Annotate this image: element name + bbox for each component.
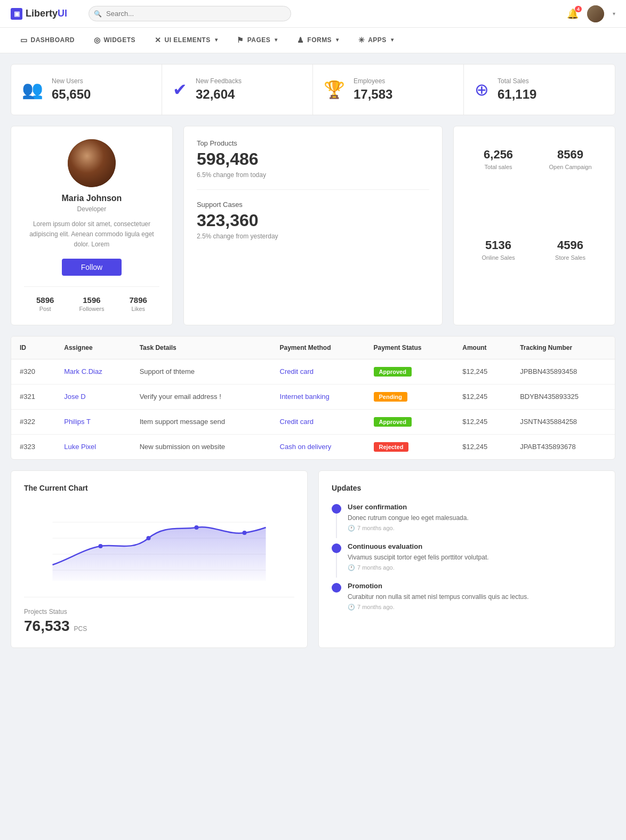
clock-icon: 🕐 [348, 604, 355, 611]
search-icon: 🔍 [94, 10, 102, 18]
profile-avatar [68, 139, 116, 187]
logo[interactable]: ▣ LibertyUI [11, 8, 67, 20]
col-id: ID [11, 337, 55, 359]
stat-value: 65,650 [52, 87, 91, 102]
employees-icon: 🏆 [324, 79, 345, 100]
cell-amount: $12,245 [454, 409, 511, 434]
cell-task: New submission on website [131, 434, 271, 459]
follow-button[interactable]: Follow [62, 259, 122, 276]
svg-point-6 [195, 525, 199, 530]
col-status: Payment Status [365, 337, 454, 359]
stat-value: 17,583 [354, 87, 392, 102]
status-badge: Approved [374, 367, 412, 377]
update-desc: Curabitur non nulla sit amet nisl tempus… [348, 592, 529, 602]
notification-badge: 4 [575, 6, 582, 12]
cell-tracking: BDYBN435893325 [511, 384, 615, 409]
topbar: ▣ LibertyUI 🔍 🔔 4 ▾ [0, 0, 626, 28]
status-badge: Rejected [374, 442, 409, 452]
sales-item-store: 4596 Store Sales [539, 230, 602, 312]
topbar-right: 🔔 4 ▾ [567, 5, 615, 22]
chevron-down-icon: ▾ [613, 11, 615, 17]
update-title: User confirmation [348, 503, 469, 511]
ui-elements-icon: ✕ [155, 36, 162, 44]
menu-item-apps[interactable]: ✳ APPS ▾ [349, 28, 404, 53]
update-dot [332, 543, 341, 553]
products-change: 6.5% change from today [197, 171, 429, 179]
menu-item-widgets[interactable]: ◎ WIDGETS [84, 28, 145, 53]
menu-item-ui-elements[interactable]: ✕ UI ELEMENTS ▾ [145, 28, 227, 53]
stat-info: New Feedbacks 32,604 [196, 77, 242, 102]
stat-card-feedbacks: ✔ New Feedbacks 32,604 [162, 65, 313, 115]
cell-status: Pending [365, 384, 454, 409]
cell-method: Cash on delivery [271, 434, 365, 459]
svg-point-7 [243, 531, 247, 535]
chevron-down-icon: ▾ [391, 37, 394, 43]
menu-item-dashboard[interactable]: ▭ DASHBOARD [11, 28, 84, 53]
cell-amount: $12,245 [454, 384, 511, 409]
table-row: #321 Jose D Verify your email address ! … [11, 384, 615, 409]
notification-button[interactable]: 🔔 4 [567, 8, 579, 20]
cell-status: Approved [365, 409, 454, 434]
stat-card-new-users: 👥 New Users 65,650 [11, 65, 162, 115]
profile-bio: Lorem ipsum dolor sit amet, consectetuer… [24, 219, 159, 250]
stat-value: 32,604 [196, 87, 242, 102]
svg-point-4 [99, 544, 103, 548]
avatar-image [587, 5, 604, 22]
profile-name: Maria Johnson [61, 194, 122, 203]
cell-id: #321 [11, 384, 55, 409]
main-content: 👥 New Users 65,650 ✔ New Feedbacks 32,60… [0, 53, 626, 659]
update-title: Continuous evaluation [348, 542, 489, 550]
updates-list: User confirmation Donec rutrum congue le… [332, 503, 602, 611]
menu-item-pages[interactable]: ⚑ PAGES ▾ [227, 28, 287, 53]
avatar[interactable] [587, 5, 604, 22]
col-method: Payment Method [271, 337, 365, 359]
products-value: 598,486 [197, 149, 429, 169]
support-value: 323,360 [197, 211, 429, 230]
update-time: 🕐 7 months ago. [348, 604, 529, 611]
table-row: #320 Mark C.Diaz Support of thteme Credi… [11, 359, 615, 384]
pages-icon: ⚑ [237, 36, 244, 44]
cell-amount: $12,245 [454, 359, 511, 384]
projects-value: 76,533 [24, 618, 70, 634]
menu-item-forms[interactable]: ♟ FORMS ▾ [287, 28, 349, 53]
status-badge: Approved [374, 417, 412, 427]
projects-status: Projects Status 76,533 PCS [24, 597, 294, 635]
cell-assignee: Mark C.Diaz [55, 359, 131, 384]
svg-point-5 [147, 536, 151, 540]
projects-label: Projects Status [24, 608, 294, 615]
update-item: Promotion Curabitur non nulla sit amet n… [332, 582, 602, 611]
update-dot [332, 504, 341, 514]
cell-tracking: JPBBN435893458 [511, 359, 615, 384]
apps-icon: ✳ [358, 36, 365, 44]
stat-card-total-sales: ⊕ Total Sales 61,119 [464, 65, 615, 115]
cell-tracking: JPABT435893678 [511, 434, 615, 459]
stat-value: 61,119 [497, 87, 536, 102]
cell-assignee: Philips T [55, 409, 131, 434]
stat-info: Total Sales 61,119 [497, 77, 536, 102]
cell-id: #320 [11, 359, 55, 384]
cell-assignee: Luke Pixel [55, 434, 131, 459]
cell-assignee: Jose D [55, 384, 131, 409]
logo-text: LibertyUI [26, 8, 67, 19]
status-badge: Pending [374, 392, 407, 402]
col-task: Task Details [131, 337, 271, 359]
widgets-icon: ◎ [94, 36, 101, 44]
search-input[interactable] [89, 6, 291, 21]
cell-status: Approved [365, 359, 454, 384]
support-label: Support Cases [197, 201, 429, 209]
projects-value-row: 76,533 PCS [24, 618, 294, 635]
clock-icon: 🕐 [348, 564, 355, 571]
cell-method: Internet banking [271, 384, 365, 409]
updates-card: Updates User confirmation Donec rutrum c… [318, 470, 615, 648]
top-products-card: Top Products 598,486 6.5% change from to… [183, 126, 443, 325]
menubar: ▭ DASHBOARD ◎ WIDGETS ✕ UI ELEMENTS ▾ ⚑ … [0, 28, 626, 53]
table-body: #320 Mark C.Diaz Support of thteme Credi… [11, 359, 615, 459]
cell-id: #322 [11, 409, 55, 434]
cell-task: Support of thteme [131, 359, 271, 384]
cell-method: Credit card [271, 409, 365, 434]
stat-info: Employees 17,583 [354, 77, 392, 102]
chevron-down-icon: ▾ [275, 37, 278, 43]
updates-title: Updates [332, 484, 602, 492]
profile-card: Maria Johnson Developer Lorem ipsum dolo… [11, 126, 173, 325]
cell-method: Credit card [271, 359, 365, 384]
